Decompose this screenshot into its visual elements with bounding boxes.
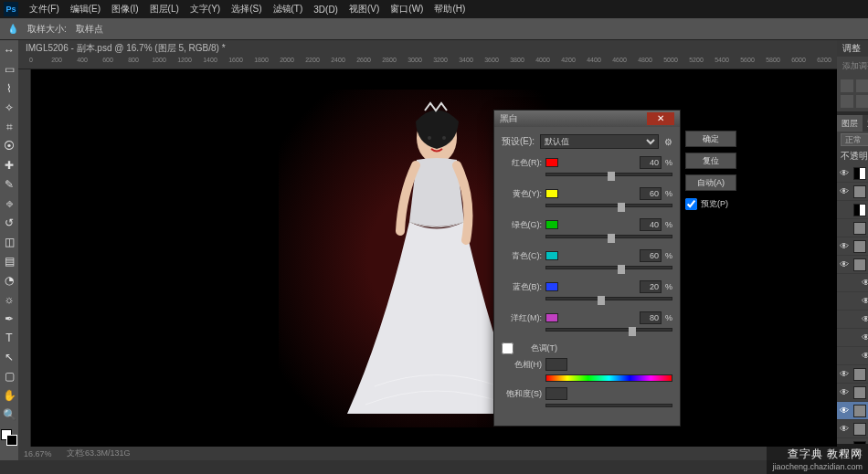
dodge-tool-icon[interactable]: ☼ [0,291,18,308]
layer-thumbnail[interactable] [853,222,866,235]
zoom-level[interactable]: 16.67% [24,449,52,458]
layer-row[interactable]: 👁图层 10 [837,237,868,256]
hue-value[interactable] [545,358,567,371]
visibility-icon[interactable]: 👁 [839,424,850,434]
tab-layers[interactable]: 图层 [837,115,863,132]
stamp-tool-icon[interactable]: ⎆ [0,195,18,212]
visibility-icon[interactable]: 👁 [861,351,868,361]
color-value-input[interactable]: 60 [640,249,662,262]
preview-checkbox[interactable] [685,198,697,210]
hue-slider[interactable] [545,374,672,382]
layer-row[interactable]: 👁外发光 [837,347,868,365]
layer-thumbnail[interactable] [853,167,866,180]
healing-tool-icon[interactable]: ✚ [0,157,18,174]
layer-list[interactable]: 👁高度对比度 2👁图层 12高度对比度图层 11👁图层 10👁图层 9👁效果👁内… [837,164,868,444]
visibility-icon[interactable]: 👁 [839,406,850,416]
layer-row[interactable]: 👁图层 4 [837,420,868,438]
color-value-input[interactable]: 40 [640,156,662,169]
visibility-icon[interactable]: 👁 [861,314,868,324]
lasso-tool-icon[interactable]: ⌇ [0,80,18,97]
path-tool-icon[interactable]: ↖ [0,349,18,365]
color-value-input[interactable]: 40 [640,218,662,231]
layer-thumbnail[interactable] [853,204,866,216]
color-slider[interactable] [545,266,672,275]
ok-button[interactable]: 确定 [685,131,736,147]
preset-select[interactable]: 默认值 [540,134,659,149]
sat-value[interactable] [545,387,567,400]
layer-thumbnail[interactable] [853,368,866,381]
layer-row[interactable]: 👁内发光 [837,292,868,311]
visibility-icon[interactable]: 👁 [839,369,850,379]
visibility-icon[interactable]: 👁 [839,259,850,269]
crop-tool-icon[interactable]: ⌗ [0,119,18,135]
visibility-icon[interactable]: 👁 [839,387,850,397]
brush-tool-icon[interactable]: ✎ [0,176,18,193]
photo-filter-icon[interactable] [856,95,868,108]
layer-row[interactable]: 高度对比度 [837,201,868,219]
bw-icon[interactable] [841,95,853,108]
layer-row[interactable]: 👁效果 [837,274,868,292]
color-slider[interactable] [545,328,672,337]
visibility-icon[interactable]: 👁 [861,278,868,288]
layer-row[interactable]: 👁图层 5 [837,402,868,420]
layer-thumbnail[interactable] [853,386,866,399]
dialog-titlebar[interactable]: 黑白 ✕ [494,111,680,127]
menu-window[interactable]: 窗口(W) [385,3,429,16]
menu-help[interactable]: 帮助(H) [429,3,471,16]
layer-row[interactable]: 👁图层 5 拷贝 [837,384,868,402]
layer-thumbnail[interactable] [853,405,866,417]
layer-row[interactable]: 👁高度对比度 2 [837,164,868,183]
wand-tool-icon[interactable]: ✧ [0,100,18,116]
layer-thumbnail[interactable] [853,423,866,436]
marquee-tool-icon[interactable]: ▭ [0,61,18,78]
layer-row[interactable]: 👁图层 9 [837,256,868,274]
eyedropper-tool-icon[interactable]: ⦿ [0,138,18,154]
menu-file[interactable]: 文件(F) [24,3,65,16]
visibility-icon[interactable]: 👁 [839,168,850,178]
history-brush-icon[interactable]: ↺ [0,215,18,231]
move-tool-icon[interactable]: ↔ [0,42,18,58]
background-color[interactable] [6,435,17,446]
menu-select[interactable]: 选择(S) [226,3,267,16]
black-white-dialog[interactable]: 黑白 ✕ 预设(E): 默认值 ⚙ 红色(R):40%黄色(Y):60%绿色(G… [493,110,681,427]
blur-tool-icon[interactable]: ◔ [0,272,18,289]
tint-checkbox[interactable] [502,342,513,354]
layer-thumbnail[interactable] [853,240,866,253]
brightness-icon[interactable] [841,79,853,92]
shape-tool-icon[interactable]: ▢ [0,368,18,384]
color-slider[interactable] [545,204,672,213]
menu-type[interactable]: 文字(Y) [185,3,226,16]
menu-layer[interactable]: 图层(L) [144,3,185,16]
close-button[interactable]: ✕ [647,112,674,125]
preset-menu-icon[interactable]: ⚙ [664,137,672,147]
layer-thumbnail[interactable] [853,185,866,198]
menu-3d[interactable]: 3D(D) [308,5,344,15]
menu-view[interactable]: 视图(V) [344,3,385,16]
zoom-tool-icon[interactable]: 🔍 [0,406,18,423]
tab-channels[interactable]: 通道 [863,115,868,132]
layer-thumbnail[interactable] [853,258,866,271]
cancel-button[interactable]: 复位 [685,153,736,169]
color-slider[interactable] [545,235,672,244]
adjustments-tab[interactable]: 调整 [837,40,868,57]
visibility-icon[interactable]: 👁 [861,296,868,306]
hand-tool-icon[interactable]: ✋ [0,387,18,404]
visibility-icon[interactable]: 👁 [839,241,850,251]
gradient-tool-icon[interactable]: ▤ [0,253,18,269]
levels-icon[interactable] [856,79,868,92]
color-slider[interactable] [545,173,672,182]
layer-row[interactable]: 👁光泽 [837,311,868,329]
layer-row[interactable]: 图层 11 [837,219,868,237]
color-value-input[interactable]: 20 [640,280,662,293]
canvas[interactable] [31,69,837,447]
sample-size-value[interactable]: 取样点 [76,23,103,36]
menu-filter[interactable]: 滤镜(T) [268,3,309,16]
document-tab[interactable]: IMGL5206 - 副本.psd @ 16.7% (图层 5, RGB/8) … [18,40,837,57]
menu-edit[interactable]: 编辑(E) [65,3,106,16]
type-tool-icon[interactable]: T [0,330,18,346]
visibility-icon[interactable]: 👁 [839,186,850,196]
pen-tool-icon[interactable]: ✒ [0,311,18,327]
sat-slider[interactable] [545,404,672,413]
menu-image[interactable]: 图像(I) [106,3,143,16]
auto-button[interactable]: 自动(A) [685,174,736,191]
